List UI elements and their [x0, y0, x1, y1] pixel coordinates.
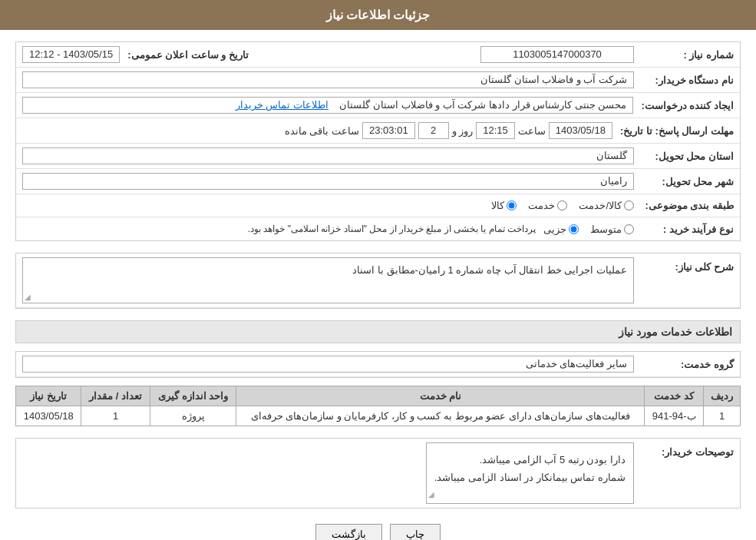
- category-label: طبقه بندی موضوعی:: [634, 200, 734, 211]
- category-label-goods: کالا: [491, 200, 504, 211]
- province-value: گلستان: [22, 147, 634, 164]
- deadline-time-label: ساعت: [518, 125, 546, 137]
- purchase-note: پرداخت تمام یا بخشی از مبلغ خریدار از مح…: [248, 224, 536, 234]
- purchase-type-partial[interactable]: جزیی: [543, 224, 579, 235]
- buyer-org-label: نام دستگاه خریدار:: [634, 75, 734, 86]
- col-row: ردیف: [704, 386, 741, 406]
- creator-value: محسن جنتی کارشناس قرار دادها شرکت آب و ف…: [22, 97, 633, 114]
- cell-quantity: 1: [81, 406, 150, 426]
- buyer-note-line-2: شماره تماس بیمانکار در اسناد الزامی میبا…: [434, 469, 626, 486]
- province-row: استان محل تحویل: گلستان: [16, 144, 740, 169]
- city-label: شهر محل تحویل:: [634, 176, 734, 187]
- group-service-row: گروه خدمت: سایر فعالیت‌های خدماتی: [16, 352, 740, 377]
- need-number-label: شماره نیاز :: [634, 49, 734, 61]
- category-radio-group: کالا/خدمت خدمت کالا: [491, 200, 634, 211]
- col-code: کد خدمت: [645, 386, 704, 406]
- buyer-notes-section: توصیحات خریدار: دارا بودن رتبه 5 آب الزا…: [15, 438, 741, 509]
- cell-date: 1403/05/18: [16, 406, 81, 426]
- purchase-type-row: نوع فرآیند خرید : متوسط جزیی پرداخت تمام…: [16, 217, 740, 240]
- deadline-label: مهلت ارسال پاسخ: تا تاریخ:: [612, 125, 734, 137]
- buyer-notes-value: دارا بودن رتبه 5 آب الزامی میباشد. شماره…: [426, 442, 634, 504]
- cell-unit: پروژه: [150, 406, 236, 426]
- table-row: 1 ب-94-941 فعالیت‌های سازمان‌های دارای ع…: [16, 406, 741, 426]
- purchase-type-radio-group: متوسط جزیی: [543, 224, 634, 235]
- print-button[interactable]: چاپ: [390, 524, 441, 540]
- buyer-org-row: نام دستگاه خریدار: شرکت آب و فاضلاب استا…: [16, 68, 740, 93]
- city-row: شهر محل تحویل: رامیان: [16, 169, 740, 194]
- creator-label: ایجاد کننده درخواست:: [633, 100, 734, 111]
- need-number-value: 1103005147000370: [480, 46, 634, 63]
- services-header: اطلاعات خدمات مورد نیاز: [15, 320, 741, 343]
- services-table: ردیف کد خدمت نام خدمت واحد اندازه گیری ت…: [15, 386, 741, 426]
- deadline-date: 1403/05/18: [549, 122, 612, 139]
- description-section: شرح کلی نیاز: عملیات اجرایی خط انتقال آب…: [15, 253, 741, 309]
- purchase-type-medium[interactable]: متوسط: [590, 224, 634, 235]
- creator-text: محسن جنتی کارشناس قرار دادها شرکت آب و ف…: [339, 99, 626, 111]
- category-option-goods[interactable]: کالا: [491, 200, 517, 211]
- col-date: تاریخ نیاز: [16, 386, 81, 406]
- buyer-notes-row: توصیحات خریدار: دارا بودن رتبه 5 آب الزا…: [16, 439, 740, 508]
- back-button[interactable]: بازگشت: [315, 524, 382, 540]
- category-radio-service[interactable]: [557, 200, 567, 210]
- description-row: شرح کلی نیاز: عملیات اجرایی خط انتقال آب…: [16, 253, 740, 308]
- purchase-radio-medium[interactable]: [624, 224, 634, 234]
- description-value: عملیات اجرایی خط انتقال آب چاه شماره 1 ر…: [22, 257, 634, 303]
- services-info-box: گروه خدمت: سایر فعالیت‌های خدماتی: [15, 351, 741, 378]
- purchase-label-partial: جزیی: [543, 224, 566, 235]
- cell-code: ب-94-941: [645, 406, 704, 426]
- purchase-label-medium: متوسط: [590, 224, 622, 235]
- purchase-type-label: نوع فرآیند خرید :: [634, 224, 734, 235]
- group-service-value: سایر فعالیت‌های خدماتی: [22, 356, 634, 373]
- category-option-goods-services[interactable]: کالا/خدمت: [579, 200, 634, 211]
- deadline-days: 2: [418, 122, 449, 139]
- purchase-radio-partial[interactable]: [569, 224, 579, 234]
- creator-row: ایجاد کننده درخواست: محسن جنتی کارشناس ق…: [16, 93, 740, 118]
- description-label: شرح کلی نیاز:: [634, 257, 734, 273]
- services-table-header: ردیف کد خدمت نام خدمت واحد اندازه گیری ت…: [16, 386, 741, 406]
- announcement-label: تاریخ و ساعت اعلان عمومی:: [120, 49, 249, 61]
- deadline-remaining: 23:03:01: [362, 122, 415, 139]
- col-quantity: تعداد / مقدار: [81, 386, 150, 406]
- creator-link[interactable]: اطلاعات تماس خریدار: [236, 99, 328, 111]
- deadline-remaining-label: ساعت باقی مانده: [285, 125, 359, 137]
- main-info-section: شماره نیاز : 1103005147000370 تاریخ و سا…: [15, 41, 741, 241]
- col-service-name: نام خدمت: [236, 386, 645, 406]
- need-number-row: شماره نیاز : 1103005147000370 تاریخ و سا…: [16, 42, 740, 68]
- buyer-notes-label: توصیحات خریدار:: [634, 442, 734, 458]
- buttons-row: چاپ بازگشت: [15, 524, 741, 540]
- deadline-row: مهلت ارسال پاسخ: تا تاریخ: 1403/05/18 سا…: [16, 118, 740, 144]
- category-label-service: خدمت: [528, 200, 555, 211]
- announcement-value: 1403/05/15 - 12:12: [22, 46, 120, 63]
- table-header-row: ردیف کد خدمت نام خدمت واحد اندازه گیری ت…: [16, 386, 741, 406]
- category-radio-goods[interactable]: [507, 200, 517, 210]
- cell-service-name: فعالیت‌های سازمان‌های دارای عضو مربوط به…: [236, 406, 645, 426]
- deadline-time: 12:15: [476, 122, 515, 139]
- col-unit: واحد اندازه گیری: [150, 386, 236, 406]
- category-label-goods-services: کالا/خدمت: [579, 200, 622, 211]
- buyer-note-line-1: دارا بودن رتبه 5 آب الزامی میباشد.: [434, 451, 626, 469]
- services-section: اطلاعات خدمات مورد نیاز گروه خدمت: سایر …: [15, 320, 741, 426]
- group-service-label: گروه خدمت:: [634, 359, 734, 370]
- services-table-body: 1 ب-94-941 فعالیت‌های سازمان‌های دارای ع…: [16, 406, 741, 426]
- cell-row: 1: [704, 406, 741, 426]
- province-label: استان محل تحویل:: [634, 151, 734, 162]
- city-value: رامیان: [22, 173, 634, 190]
- page-title: جزئیات اطلاعات نیاز: [0, 0, 756, 30]
- category-option-service[interactable]: خدمت: [528, 200, 567, 211]
- deadline-date-row: 1403/05/18 ساعت 12:15 روز و 2 23:03:01 س…: [22, 122, 612, 139]
- category-radio-goods-services[interactable]: [624, 200, 634, 210]
- buyer-org-value: شرکت آب و فاضلاب استان گلستان: [22, 71, 634, 88]
- deadline-days-label: روز و: [452, 125, 474, 137]
- category-row: طبقه بندی موضوعی: کالا/خدمت خدمت کالا: [16, 194, 740, 217]
